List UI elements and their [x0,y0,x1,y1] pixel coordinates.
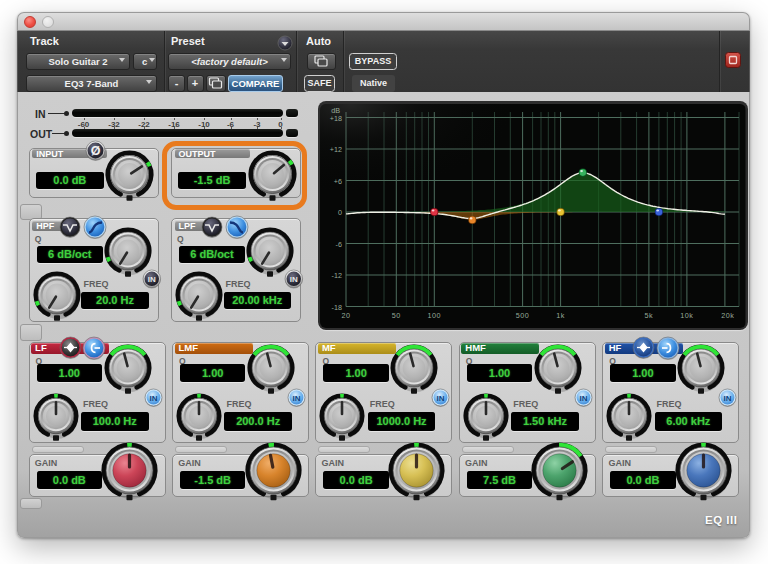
svg-text:50: 50 [392,310,401,319]
svg-text:20k: 20k [721,310,734,319]
svg-text:-12: -12 [332,271,342,280]
svg-text:IN: IN [148,274,156,283]
svg-text:+18: +18 [330,113,342,122]
svg-text:IN: IN [580,394,588,403]
svg-text:5k: 5k [645,310,654,319]
svg-text:100: 100 [428,310,442,319]
svg-text:0: 0 [338,208,342,217]
svg-text:500: 500 [516,310,530,319]
svg-text:+12: +12 [330,145,342,154]
svg-text:20: 20 [342,310,351,319]
svg-text:IN: IN [723,394,731,403]
svg-text:Ø: Ø [91,144,101,158]
svg-text:-6: -6 [336,239,342,248]
svg-text:IN: IN [436,394,444,403]
svg-text:IN: IN [293,394,301,403]
svg-text:+6: +6 [334,176,342,185]
svg-text:IN: IN [149,394,157,403]
svg-text:10k: 10k [680,310,693,319]
svg-text:IN: IN [290,274,298,283]
svg-text:1k: 1k [556,310,565,319]
svg-text:-18: -18 [332,302,342,311]
